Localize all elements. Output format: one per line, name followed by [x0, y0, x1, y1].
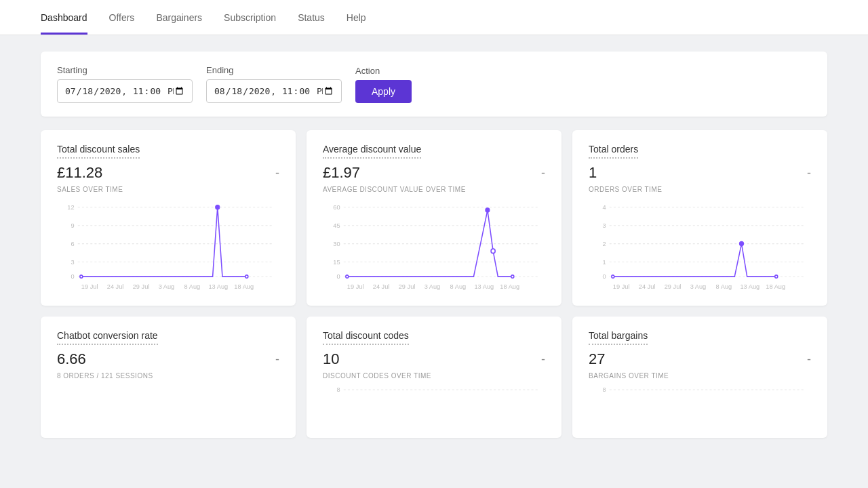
- svg-text:1: 1: [602, 258, 606, 266]
- top-navigation: Dashboard Offers Bargainers Subscription…: [0, 0, 868, 35]
- starting-input[interactable]: [57, 79, 193, 103]
- svg-text:18 Aug: 18 Aug: [234, 283, 254, 290]
- card-collapse[interactable]: -: [541, 166, 545, 180]
- ending-label: Ending: [206, 65, 342, 75]
- filter-bar: Starting Ending Action Apply: [41, 52, 827, 117]
- card-collapse[interactable]: -: [275, 166, 279, 180]
- card-value: £11.28: [57, 164, 102, 182]
- svg-text:4: 4: [602, 203, 606, 211]
- svg-text:13 Aug: 13 Aug: [208, 283, 228, 290]
- svg-text:19 Jul: 19 Jul: [347, 283, 364, 290]
- main-content: Starting Ending Action Apply Total disco…: [0, 35, 868, 454]
- svg-text:0: 0: [602, 272, 606, 280]
- tab-status[interactable]: Status: [298, 0, 325, 35]
- card-value-row: 27 -: [589, 350, 811, 368]
- svg-text:29 Jul: 29 Jul: [399, 283, 416, 290]
- svg-text:19 Jul: 19 Jul: [613, 283, 630, 290]
- svg-text:2: 2: [602, 240, 606, 247]
- ending-field: Ending: [206, 65, 342, 103]
- svg-text:24 Jul: 24 Jul: [373, 283, 390, 290]
- card-subtitle: BARGAINS OVER TIME: [589, 372, 811, 380]
- tab-bargainers[interactable]: Bargainers: [156, 0, 202, 35]
- svg-text:29 Jul: 29 Jul: [133, 283, 150, 290]
- chart-svg-bargains: 8: [589, 386, 811, 427]
- svg-point-58: [739, 241, 743, 245]
- card-title: Total bargains: [589, 330, 648, 345]
- svg-text:60: 60: [333, 203, 340, 211]
- svg-point-39: [346, 275, 349, 278]
- tab-dashboard[interactable]: Dashboard: [41, 0, 87, 35]
- card-value-row: £1.97 -: [323, 164, 545, 182]
- card-subtitle: SALES OVER TIME: [57, 186, 279, 193]
- starting-field: Starting: [57, 65, 193, 103]
- svg-point-59: [612, 275, 614, 278]
- card-total-discount-codes: Total discount codes 10 - DISCOUNT CODES…: [307, 317, 561, 438]
- svg-text:3 Aug: 3 Aug: [159, 283, 175, 290]
- svg-text:3 Aug: 3 Aug: [690, 283, 707, 290]
- svg-text:8 Aug: 8 Aug: [184, 283, 201, 290]
- svg-text:19 Jul: 19 Jul: [81, 283, 98, 290]
- chart-svg-orders: 4 3 2 1 0 19 Jul 24 Jul 29 Jul 3 Aug 8 A…: [589, 200, 811, 295]
- card-title: Average discount value: [323, 144, 421, 159]
- card-subtitle: AVERAGE DISCOUNT VALUE OVER TIME: [323, 186, 545, 193]
- tab-offers[interactable]: Offers: [109, 0, 135, 35]
- card-value-row: £11.28 -: [57, 164, 279, 182]
- chart-svg-sales: 12 9 6 3 0 19 Jul 24 Jul 29 Jul 3 Aug 8 …: [57, 200, 279, 295]
- chart-area-orders: 4 3 2 1 0 19 Jul 24 Jul 29 Jul 3 Aug 8 A…: [589, 200, 811, 295]
- action-label: Action: [355, 66, 412, 76]
- svg-text:0: 0: [71, 272, 74, 280]
- card-value: £1.97: [323, 164, 360, 182]
- card-subtitle: 8 ORDERS / 121 SESSIONS: [57, 372, 279, 380]
- svg-text:8: 8: [336, 386, 340, 393]
- card-total-bargains: Total bargains 27 - BARGAINS OVER TIME 8: [572, 317, 827, 438]
- starting-label: Starting: [57, 65, 193, 75]
- svg-text:13 Aug: 13 Aug: [474, 283, 494, 290]
- svg-point-40: [511, 275, 514, 278]
- card-total-orders: Total orders 1 - ORDERS OVER TIME 4 3 2 …: [572, 130, 827, 306]
- chart-area-bargains: 8: [589, 386, 811, 427]
- tab-help[interactable]: Help: [347, 0, 366, 35]
- card-collapse[interactable]: -: [807, 166, 811, 180]
- card-subtitle: ORDERS OVER TIME: [589, 186, 811, 193]
- card-title: Total orders: [589, 144, 638, 159]
- svg-text:18 Aug: 18 Aug: [766, 283, 785, 290]
- svg-text:8: 8: [602, 386, 606, 393]
- svg-text:15: 15: [333, 258, 340, 266]
- svg-text:18 Aug: 18 Aug: [500, 283, 519, 290]
- svg-text:12: 12: [67, 203, 74, 211]
- tab-subscription[interactable]: Subscription: [224, 0, 276, 35]
- svg-text:45: 45: [333, 222, 340, 229]
- svg-text:24 Jul: 24 Jul: [639, 283, 656, 290]
- chart-area-avg: 60 45 30 15 0 19 Jul 24 Jul 29 Jul 3 Aug…: [323, 200, 545, 295]
- card-value-row: 1 -: [589, 164, 811, 182]
- card-collapse[interactable]: -: [275, 352, 279, 367]
- chart-area-sales: 12 9 6 3 0 19 Jul 24 Jul 29 Jul 3 Aug 8 …: [57, 200, 279, 295]
- cards-grid: Total discount sales £11.28 - SALES OVER…: [41, 130, 827, 438]
- svg-text:8 Aug: 8 Aug: [716, 283, 732, 290]
- svg-point-18: [80, 275, 83, 278]
- action-field: Action Apply: [355, 66, 412, 103]
- card-collapse[interactable]: -: [541, 352, 545, 367]
- chart-svg-codes: 8: [323, 386, 545, 427]
- svg-text:9: 9: [71, 222, 74, 229]
- card-collapse[interactable]: -: [807, 352, 811, 367]
- svg-point-38: [491, 249, 495, 253]
- svg-text:3 Aug: 3 Aug: [425, 283, 441, 290]
- svg-text:29 Jul: 29 Jul: [665, 283, 682, 290]
- svg-point-19: [245, 275, 248, 278]
- card-average-discount-value: Average discount value £1.97 - AVERAGE D…: [307, 130, 561, 306]
- svg-text:3: 3: [71, 258, 74, 266]
- apply-button[interactable]: Apply: [355, 80, 412, 103]
- svg-text:6: 6: [71, 240, 74, 247]
- chart-svg-avg: 60 45 30 15 0 19 Jul 24 Jul 29 Jul 3 Aug…: [323, 200, 545, 295]
- card-title: Total discount sales: [57, 144, 140, 159]
- card-value: 1: [589, 164, 597, 182]
- card-value: 6.66: [57, 350, 86, 368]
- svg-point-37: [486, 208, 490, 212]
- card-title: Total discount codes: [323, 330, 409, 345]
- card-subtitle: DISCOUNT CODES OVER TIME: [323, 372, 545, 380]
- svg-text:8 Aug: 8 Aug: [450, 283, 467, 290]
- chart-area-codes: 8: [323, 386, 545, 427]
- ending-input[interactable]: [206, 79, 342, 103]
- svg-point-60: [775, 275, 778, 278]
